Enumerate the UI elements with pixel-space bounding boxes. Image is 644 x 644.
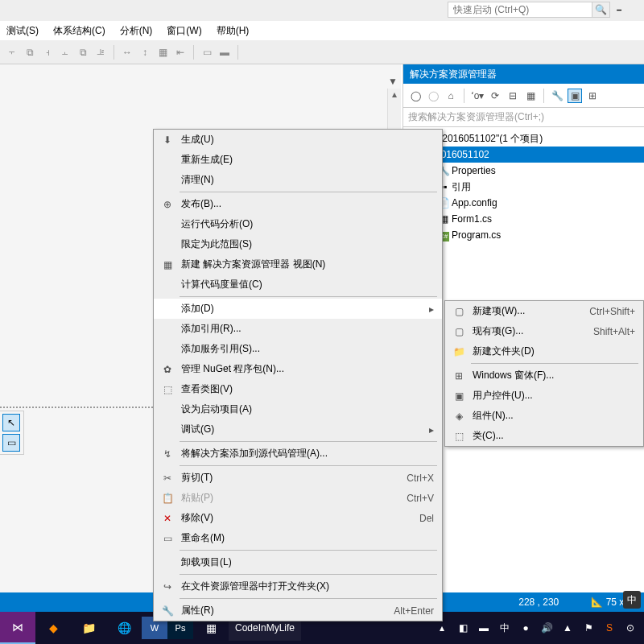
tray-icon[interactable]: ▲ bbox=[560, 622, 575, 634]
menu-separator bbox=[180, 192, 437, 192]
menu-item[interactable]: ▭重命名(M) bbox=[154, 528, 442, 548]
grid-icon[interactable]: ▦ bbox=[155, 45, 170, 60]
menu-item[interactable]: 添加服务引用(S)... bbox=[154, 339, 442, 359]
menu-item[interactable]: 添加(D)▸ bbox=[154, 299, 442, 319]
menu-shortcut: Ctrl+V bbox=[407, 493, 434, 504]
panel-header: 解决方案资源管理器 bbox=[403, 64, 644, 84]
menu-item-label: 添加引用(R)... bbox=[181, 322, 242, 336]
menu-item[interactable]: 设为启动项目(A) bbox=[154, 399, 442, 419]
forward-icon[interactable]: ◯ bbox=[426, 89, 440, 103]
collapse-icon[interactable]: ⊟ bbox=[506, 89, 520, 103]
menu-item[interactable]: ↯将解决方案添加到源代码管理(A)... bbox=[154, 444, 442, 464]
hspace-icon[interactable]: ⇤ bbox=[173, 45, 188, 60]
tray-icon[interactable]: ● bbox=[518, 622, 533, 634]
ime-indicator[interactable]: 中 bbox=[623, 591, 641, 609]
menu-item[interactable]: 添加引用(R)... bbox=[154, 319, 442, 339]
tool-select-icon[interactable]: ▭ bbox=[2, 434, 20, 452]
menu-item-label: 设为启动项目(A) bbox=[181, 402, 252, 416]
showall-icon[interactable]: ▦ bbox=[523, 89, 538, 103]
separator bbox=[543, 89, 544, 103]
menu-item[interactable]: ⬇生成(U) bbox=[154, 130, 442, 150]
space-h-icon[interactable]: ↔ bbox=[120, 45, 134, 60]
menu-test[interactable]: 测试(S) bbox=[6, 24, 39, 38]
menu-item[interactable]: ↪在文件资源管理器中打开文件夹(X) bbox=[154, 576, 442, 597]
context-submenu: ▢新建项(W)...Ctrl+Shift+▢现有项(G)...Shift+Alt… bbox=[444, 300, 644, 447]
space-v-icon[interactable]: ↕ bbox=[138, 45, 152, 60]
menu-item[interactable]: ⬚查看类图(V) bbox=[154, 379, 442, 399]
tray-up-icon[interactable]: ▴ bbox=[435, 622, 449, 634]
tray-icon[interactable]: ◧ bbox=[456, 622, 470, 634]
menu-item-label: 新建 解决方案资源管理器 视图(N) bbox=[181, 258, 325, 271]
menu-item-label: 现有项(G)... bbox=[473, 324, 523, 338]
menu-item[interactable]: ◈组件(N)... bbox=[445, 406, 643, 426]
item-label: App.config bbox=[452, 197, 497, 208]
menu-separator bbox=[180, 598, 437, 599]
tray-icon[interactable]: ▬ bbox=[477, 622, 491, 634]
menu-architecture[interactable]: 体系结构(C) bbox=[53, 24, 105, 38]
menu-item[interactable]: ▣用户控件(U)... bbox=[445, 386, 643, 406]
menu-item[interactable]: ✕移除(V)Del bbox=[154, 508, 442, 528]
menu-item[interactable]: ⊕发布(B)... bbox=[154, 194, 442, 214]
taskbar-explorer-icon[interactable]: 📁 bbox=[71, 612, 106, 644]
menu-help[interactable]: 帮助(H) bbox=[217, 24, 250, 38]
minimize-button[interactable]: – bbox=[610, 2, 628, 18]
search-box[interactable]: 搜索解决方案资源管理器(Ctrl+;) bbox=[403, 108, 644, 127]
back-icon[interactable]: ◯ bbox=[408, 89, 423, 103]
tray-icon[interactable]: ⚑ bbox=[581, 622, 596, 634]
properties-icon[interactable]: 🔧 bbox=[550, 89, 564, 103]
menu-shortcut: Alt+Enter bbox=[394, 605, 434, 617]
scroll-up-icon[interactable]: ▴ bbox=[388, 89, 401, 102]
menu-item[interactable]: 📁新建文件夹(D) bbox=[445, 341, 643, 361]
layer-front-icon[interactable]: ▬ bbox=[217, 45, 232, 60]
preview-icon[interactable]: ▣ bbox=[568, 89, 582, 103]
menu-item[interactable]: ✂剪切(T)Ctrl+X bbox=[154, 468, 442, 488]
menu-item[interactable]: 🔧属性(R)Alt+Enter bbox=[154, 601, 442, 621]
menu-item-icon: ◈ bbox=[452, 411, 466, 422]
align-center-icon[interactable]: ⧉ bbox=[23, 45, 37, 60]
menu-item-label: 新建项(W)... bbox=[473, 304, 525, 318]
taskbar-browser-icon[interactable]: 🌐 bbox=[106, 612, 142, 644]
sync-icon[interactable]: ʻo▾ bbox=[470, 89, 485, 103]
tray-ime-icon[interactable]: 中 bbox=[497, 621, 512, 635]
menu-item[interactable]: 清理(N) bbox=[154, 170, 442, 190]
tool-pointer-icon[interactable]: ↖ bbox=[2, 414, 20, 431]
quick-launch-input[interactable] bbox=[448, 2, 592, 18]
menu-item[interactable]: 限定为此范围(S) bbox=[154, 234, 442, 254]
menu-item[interactable]: ⬚类(C)... bbox=[445, 426, 643, 446]
menu-item[interactable]: ⊞Windows 窗体(F)... bbox=[445, 365, 643, 386]
menu-item-icon: ⬚ bbox=[452, 431, 466, 442]
menu-item[interactable]: 调试(G)▸ bbox=[154, 419, 442, 440]
align-left-icon[interactable]: ⫟ bbox=[5, 45, 19, 60]
dropdown-arrow-icon[interactable]: ▼ bbox=[388, 76, 398, 87]
separator bbox=[464, 89, 464, 103]
refresh-icon[interactable]: ⟳ bbox=[488, 89, 502, 103]
menu-item[interactable]: ▦新建 解决方案资源管理器 视图(N) bbox=[154, 254, 442, 275]
menu-item[interactable]: 运行代码分析(O) bbox=[154, 214, 442, 234]
tray-icon[interactable]: S bbox=[602, 622, 617, 634]
menu-window[interactable]: 窗口(W) bbox=[167, 24, 201, 38]
menu-item-label: 属性(R) bbox=[181, 604, 214, 617]
align-bottom-icon[interactable]: ⫡ bbox=[93, 45, 108, 60]
menu-item-icon: ▣ bbox=[452, 390, 466, 402]
taskbar-app-icon[interactable]: ◆ bbox=[35, 612, 71, 644]
home-icon[interactable]: ⌂ bbox=[444, 89, 458, 103]
title-bar: 🔍 – bbox=[0, 0, 644, 21]
tray-icon[interactable]: ⊙ bbox=[623, 622, 638, 634]
menu-item[interactable]: 计算代码度量值(C) bbox=[154, 275, 442, 295]
menu-item[interactable]: 重新生成(E) bbox=[154, 150, 442, 170]
menu-item[interactable]: ▢现有项(G)...Shift+Alt+ bbox=[445, 321, 643, 341]
align-middle-icon[interactable]: ⧉ bbox=[76, 45, 90, 60]
menu-item[interactable]: ▢新建项(W)...Ctrl+Shift+ bbox=[445, 301, 643, 321]
search-icon[interactable]: 🔍 bbox=[592, 2, 610, 18]
menu-item[interactable]: 卸载项目(L) bbox=[154, 552, 442, 572]
separator bbox=[237, 45, 238, 60]
layer-back-icon[interactable]: ▭ bbox=[200, 45, 214, 60]
align-right-icon[interactable]: ⫞ bbox=[40, 45, 55, 60]
taskbar-vs-icon[interactable]: ⋈ bbox=[0, 612, 35, 644]
view-icon[interactable]: ⊞ bbox=[585, 89, 600, 103]
align-top-icon[interactable]: ⫠ bbox=[58, 45, 72, 60]
menu-shortcut: Ctrl+Shift+ bbox=[589, 306, 635, 317]
tray-volume-icon[interactable]: 🔊 bbox=[539, 622, 554, 634]
menu-item[interactable]: ✿管理 NuGet 程序包(N)... bbox=[154, 359, 442, 379]
menu-analyze[interactable]: 分析(N) bbox=[120, 24, 153, 38]
